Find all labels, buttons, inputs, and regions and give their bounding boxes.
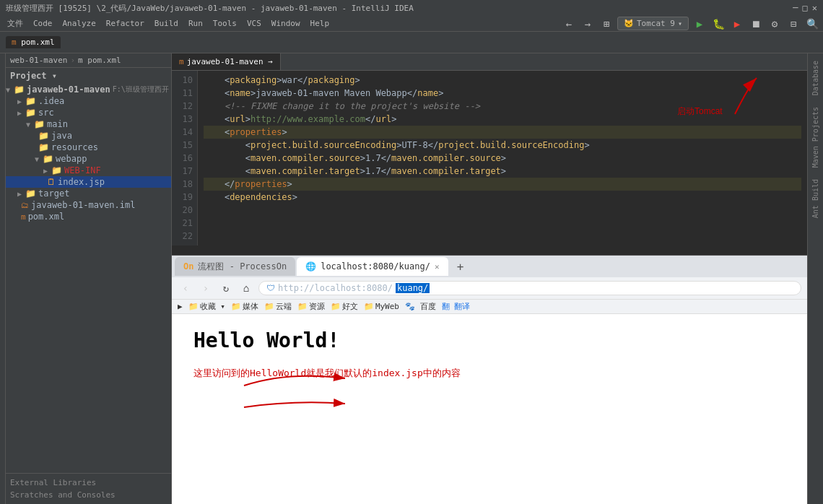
code-line-19: <maven.compiler.target>1.7</maven.compil…: [204, 165, 801, 178]
bm-translate[interactable]: 翻 翻译: [442, 301, 471, 312]
back-btn[interactable]: ‹: [178, 280, 193, 296]
debug-button[interactable]: 🐛: [710, 16, 726, 32]
tab-label: pom.xml: [21, 38, 54, 47]
editor-tabs: m javaweb-01-maven →: [172, 53, 807, 71]
project-sidebar: web-01-maven › m pom.xml Project ▾ ▼ 📁 j…: [6, 53, 172, 504]
window-controls[interactable]: ─ □ ✕: [793, 3, 817, 13]
right-tab-ant[interactable]: Ant Build: [810, 175, 821, 222]
right-tab-database[interactable]: Database: [810, 56, 821, 100]
code-line-10: <packaging>war</packaging>: [204, 74, 801, 87]
localhost-icon: 🌐: [305, 261, 316, 271]
code-content: 1011121314 1516171819 202122 <packaging>…: [172, 71, 807, 246]
tree-java[interactable]: 📁 java: [6, 130, 171, 142]
tree-webapp[interactable]: ▼ 📁 webapp: [6, 153, 171, 165]
tree-root[interactable]: ▼ 📁 javaweb-01-maven F:\班级管理西开 [19525] \…: [6, 84, 171, 95]
tree-src[interactable]: ▶ 📁 src: [6, 107, 171, 118]
title-bar: 班级管理西开 [19525] \2_代码/JavaWeb/javaweb-01-…: [0, 0, 823, 16]
address-highlight: kuang/: [396, 283, 430, 293]
browser-area: On 流程图 - ProcessOn 🌐 localhost:8080/kuan…: [172, 256, 807, 504]
code-line-22: <dependencies>: [204, 191, 801, 204]
shield-icon: 🛡: [266, 283, 275, 293]
close-btn[interactable]: ✕: [812, 3, 817, 13]
bm-good[interactable]: 📁 好文: [331, 301, 358, 312]
coverage-button[interactable]: ▶: [729, 16, 745, 32]
tree-target[interactable]: ▶ 📁 target: [6, 188, 171, 199]
bm-favorites[interactable]: 📁 收藏 ▾: [188, 301, 225, 312]
external-libraries[interactable]: External Libraries: [10, 477, 167, 489]
toolbar-settings[interactable]: ⚙: [767, 16, 783, 32]
menu-tools[interactable]: Tools: [209, 17, 241, 30]
address-bar[interactable]: 🛡 http://localhost:8080/kuang/: [258, 281, 801, 295]
tree-webinf[interactable]: ▶ 📁 WEB-INF: [6, 165, 171, 176]
menu-code[interactable]: Code: [29, 17, 57, 30]
nav-recent-btn[interactable]: ⊞: [598, 16, 614, 32]
bm-myweb[interactable]: 📁 MyWeb: [364, 302, 399, 311]
home-btn[interactable]: ⌂: [238, 280, 254, 296]
editor-tab-pom-active[interactable]: m javaweb-01-maven →: [172, 53, 281, 70]
menu-run[interactable]: Run: [184, 17, 207, 30]
forward-btn[interactable]: ›: [198, 280, 214, 296]
main-layout: web-01-maven › m pom.xml Project ▾ ▼ 📁 j…: [0, 53, 823, 504]
tree-src-label: src: [38, 108, 54, 118]
bookmarks-bar: ▶ 📁 收藏 ▾ 📁 媒体 📁 云端 📁 资源 📁 好文 📁 MyWeb 🐾 百…: [172, 300, 807, 314]
tree-iml-label: javaweb-01-maven.iml: [31, 200, 136, 210]
minimize-btn[interactable]: ─: [793, 3, 798, 13]
run-configuration[interactable]: 🐱 Tomcat 9 ▾: [617, 17, 689, 30]
run-config-label: Tomcat 9: [637, 19, 675, 28]
bm-resource[interactable]: 📁 资源: [297, 301, 325, 312]
browser-content: Hello World! 这里访问到的HelloWorld就是我们默认的inde…: [172, 314, 807, 504]
tree-indexjsp-label: index.jsp: [58, 177, 105, 187]
toolbar-search[interactable]: 🔍: [804, 16, 820, 32]
hello-world-heading: Hello World!: [193, 329, 785, 352]
browser-tab-processon[interactable]: On 流程图 - ProcessOn: [175, 257, 295, 276]
localhost-label: localhost:8080/kuang/: [321, 261, 430, 271]
bm-baidu[interactable]: 🐾 百度: [405, 301, 436, 312]
menu-window[interactable]: Window: [267, 17, 305, 30]
scratches-consoles[interactable]: Scratches and Consoles: [10, 489, 167, 501]
menu-vcs[interactable]: VCS: [243, 17, 266, 30]
tree-idea[interactable]: ▶ 📁 .idea: [6, 95, 171, 107]
refresh-btn[interactable]: ↻: [218, 280, 234, 296]
menu-analyze[interactable]: Analyze: [58, 17, 100, 30]
bm-media[interactable]: 📁 媒体: [231, 301, 258, 312]
right-tab-maven[interactable]: Maven Projects: [810, 103, 821, 172]
breadcrumb: web-01-maven › m pom.xml: [6, 53, 171, 68]
breadcrumb-path1: web-01-maven: [10, 56, 67, 65]
bm-cloud[interactable]: 📁 云端: [264, 301, 292, 312]
browser-tab-localhost[interactable]: 🌐 localhost:8080/kuang/ ✕: [297, 257, 448, 276]
code-line-16: <properties>: [204, 126, 801, 139]
tree-iml[interactable]: 🗂 javaweb-01-maven.iml: [6, 199, 171, 211]
editor-tab-pom[interactable]: m pom.xml: [6, 36, 61, 48]
nav-back-btn[interactable]: ←: [561, 16, 577, 32]
tree-indexjsp[interactable]: 🗒 index.jsp: [6, 176, 171, 188]
project-header[interactable]: Project ▾: [6, 68, 171, 84]
tree-resources-label: resources: [51, 142, 98, 152]
menu-file[interactable]: 文件: [3, 17, 27, 30]
stop-button[interactable]: ⏹: [748, 16, 764, 32]
tree-main[interactable]: ▼ 📁 main: [6, 118, 171, 130]
tree-target-label: target: [38, 188, 69, 199]
menu-build[interactable]: Build: [150, 17, 183, 30]
tab-close-btn[interactable]: ✕: [435, 262, 440, 271]
code-line-18: <maven.compiler.source>1.7</maven.compil…: [204, 152, 801, 165]
maximize-btn[interactable]: □: [803, 3, 808, 13]
expand-bookmarks[interactable]: ▶: [178, 302, 183, 311]
new-tab-btn[interactable]: +: [453, 258, 469, 274]
tree-resources[interactable]: 📁 resources: [6, 142, 171, 153]
tree-java-label: java: [51, 131, 72, 141]
tree-pomxml-label: pom.xml: [28, 212, 65, 222]
breadcrumb-sep: ›: [70, 56, 75, 65]
browser-toolbar: ‹ › ↻ ⌂ 🛡 http://localhost:8080/kuang/: [172, 277, 807, 300]
menu-refactor[interactable]: Refactor: [102, 17, 149, 30]
nav-forward-btn[interactable]: →: [580, 16, 596, 32]
tree-root-label: javaweb-01-maven: [27, 84, 110, 95]
right-sidebar: Database Maven Projects Ant Build: [807, 53, 823, 504]
tree-pomxml[interactable]: m pom.xml: [6, 211, 171, 222]
menu-help[interactable]: Help: [306, 17, 334, 30]
address-protocol: http://localhost:8080/: [278, 283, 393, 293]
tree-webinf-label: WEB-INF: [64, 165, 101, 175]
run-button[interactable]: ▶: [692, 16, 707, 32]
line-numbers: 1011121314 1516171819 202122: [172, 71, 198, 246]
tree-idea-label: .idea: [38, 96, 64, 106]
toolbar-bookmark[interactable]: ⊟: [785, 16, 801, 32]
